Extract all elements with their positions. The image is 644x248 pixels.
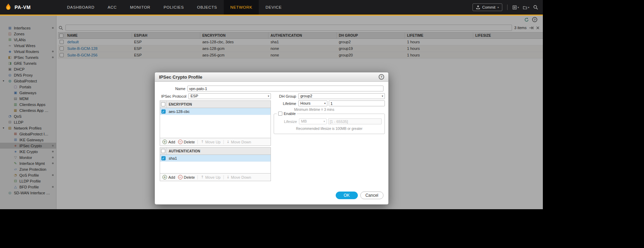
- add-label: Add: [168, 140, 175, 144]
- enable-legend: Enable: [277, 112, 297, 116]
- lifesize-label: Lifesize: [277, 119, 297, 124]
- checkbox[interactable]: [161, 156, 166, 160]
- topbar-actions: Commit ▾ ▾ ▾: [473, 3, 538, 11]
- list-item-checkbox-cell: [160, 109, 167, 114]
- move-up-button[interactable]: ↑Move Up: [201, 140, 220, 144]
- dialog-left-column: IPSec Protocol ESP ▾ ENCRYPTION aes-128-…: [160, 93, 271, 183]
- name-label: Name: [160, 87, 185, 91]
- enable-label: Enable: [284, 112, 295, 116]
- ipsec-protocol-value: ESP: [191, 94, 198, 98]
- dialog-body: Name IPSec Protocol ESP ▾: [155, 82, 388, 204]
- search-icon: [533, 5, 538, 10]
- delete-label: Delete: [184, 140, 195, 144]
- dh-group-value: group2: [300, 94, 312, 98]
- lifesize-note: Recommended lifesize is 100MB or greater: [277, 127, 382, 131]
- delete-button[interactable]: −Delete: [178, 175, 195, 179]
- list-item-label: sha1: [167, 156, 177, 160]
- authentication-list-header: AUTHENTICATION: [160, 148, 271, 155]
- topbar: PA-VM DASHBOARDACCMONITORPOLICIESOBJECTS…: [0, 0, 543, 15]
- dh-group-select[interactable]: group2 ▾: [298, 93, 385, 99]
- list-item[interactable]: aes-128-cbc: [160, 108, 271, 115]
- tab-acc[interactable]: ACC: [101, 0, 123, 15]
- lifesize-unit-select[interactable]: MB ▾: [299, 118, 327, 124]
- select-all-checkbox[interactable]: [161, 102, 165, 106]
- chevron-down-icon: ▾: [528, 6, 529, 9]
- lifesize-value-field[interactable]: [328, 118, 382, 124]
- chevron-down-icon: ▾: [497, 6, 499, 9]
- folder-icon: [523, 5, 527, 10]
- select-all-cell: [160, 148, 167, 154]
- config-save-button[interactable]: ▾: [523, 5, 529, 10]
- tab-objects[interactable]: OBJECTS: [191, 0, 224, 15]
- list-rows: sha1: [160, 155, 271, 162]
- authentication-list-actions: +Add −Delete ↑Move Up ↓Move Down: [160, 173, 271, 181]
- plus-icon: +: [162, 140, 167, 144]
- tab-network[interactable]: NETWORK: [224, 0, 259, 15]
- name-field[interactable]: [187, 86, 383, 91]
- tab-device[interactable]: DEVICE: [259, 0, 288, 15]
- lifetime-unit-select[interactable]: Hours ▾: [298, 100, 327, 106]
- checkbox[interactable]: [161, 109, 166, 114]
- global-search-button[interactable]: [533, 5, 538, 10]
- add-label: Add: [168, 175, 175, 179]
- list-rows: aes-128-cbc: [160, 108, 271, 115]
- delete-label: Delete: [184, 175, 195, 179]
- list-item-checkbox-cell: [160, 156, 167, 160]
- enable-checkbox[interactable]: [278, 112, 282, 116]
- divider: [223, 140, 224, 144]
- move-up-label: Move Up: [205, 140, 221, 144]
- select-all-checkbox[interactable]: [161, 149, 165, 153]
- divider: [197, 140, 198, 144]
- commit-label: Commit: [482, 5, 495, 9]
- lifetime-label: Lifetime: [274, 101, 296, 106]
- cancel-button[interactable]: Cancel: [360, 192, 383, 199]
- lifetime-value-field[interactable]: [329, 100, 385, 106]
- move-down-label: Move Down: [231, 175, 251, 179]
- move-down-button[interactable]: ↓Move Down: [227, 140, 251, 144]
- ipsec-crypto-profile-dialog: IPSec Crypto Profile ? Name IPSec Protoc…: [155, 72, 389, 205]
- chevron-down-icon: ▾: [268, 95, 269, 98]
- pan-flame-logo-icon: [5, 3, 12, 11]
- arrow-up-icon: ↑: [201, 175, 204, 179]
- tab-policies[interactable]: POLICIES: [157, 0, 191, 15]
- task-manager-button[interactable]: ▾: [512, 5, 519, 10]
- divider: [197, 175, 198, 179]
- add-button[interactable]: +Add: [162, 140, 175, 144]
- authentication-list: AUTHENTICATION sha1 +Add −Delete ↑Move U…: [160, 147, 271, 181]
- move-down-label: Move Down: [231, 140, 251, 144]
- chevron-down-icon: ▾: [324, 102, 326, 105]
- app-window: PA-VM DASHBOARDACCMONITORPOLICIESOBJECTS…: [0, 0, 543, 209]
- main-nav: DASHBOARDACCMONITORPOLICIESOBJECTSNETWOR…: [61, 0, 289, 15]
- delete-button[interactable]: −Delete: [178, 140, 195, 144]
- ipsec-protocol-select[interactable]: ESP ▾: [188, 93, 271, 99]
- tab-monitor[interactable]: MONITOR: [123, 0, 157, 15]
- tab-dashboard[interactable]: DASHBOARD: [61, 0, 101, 15]
- add-button[interactable]: +Add: [162, 175, 175, 179]
- commit-icon: [476, 5, 480, 9]
- list-empty-area: [160, 162, 271, 173]
- encryption-list-title: ENCRYPTION: [167, 101, 192, 108]
- chevron-down-icon: ▾: [518, 6, 519, 9]
- ok-button[interactable]: OK: [336, 192, 358, 199]
- list-item-label: aes-128-cbc: [167, 109, 190, 114]
- divider: [507, 5, 508, 10]
- dialog-title: IPSec Crypto Profile: [159, 74, 202, 80]
- commit-button[interactable]: Commit ▾: [473, 3, 502, 11]
- dh-group-label: DH Group: [274, 94, 296, 98]
- move-up-label: Move Up: [205, 175, 221, 179]
- minus-icon: −: [178, 175, 183, 179]
- dialog-titlebar: IPSec Crypto Profile ?: [155, 72, 388, 82]
- arrow-up-icon: ↑: [201, 140, 204, 144]
- dialog-help-button[interactable]: ?: [379, 74, 384, 80]
- select-all-cell: [160, 101, 167, 108]
- arrow-down-icon: ↓: [227, 140, 230, 144]
- list-item[interactable]: sha1: [160, 155, 271, 162]
- move-up-button[interactable]: ↑Move Up: [201, 175, 220, 179]
- lifesize-group: Enable Lifesize MB ▾ Recommended lifesiz…: [274, 114, 385, 134]
- encryption-list-header: ENCRYPTION: [160, 101, 271, 108]
- tasks-icon: [512, 5, 517, 10]
- chevron-down-icon: ▾: [324, 120, 325, 123]
- minus-icon: −: [178, 140, 183, 144]
- ipsec-protocol-label: IPSec Protocol: [160, 94, 186, 98]
- move-down-button[interactable]: ↓Move Down: [227, 175, 251, 179]
